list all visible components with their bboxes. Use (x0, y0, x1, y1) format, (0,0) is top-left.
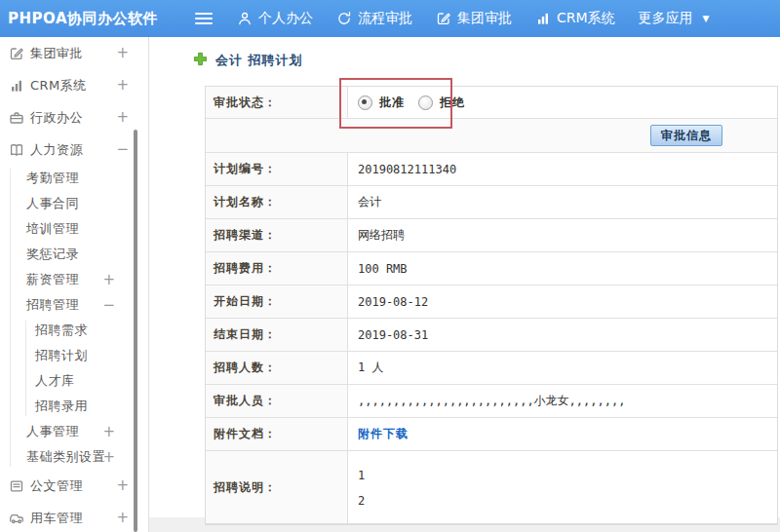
topnav-item-3[interactable]: 集团审批 (436, 10, 512, 27)
sidebar-item-label: 用车管理 (30, 510, 83, 527)
form-row: 招聘说明：1 2 (206, 451, 777, 524)
field-label: 招聘说明： (206, 451, 348, 523)
sidebar-item-label: CRM系统 (30, 77, 87, 95)
sidebar-item[interactable]: 招聘管理− (0, 292, 148, 318)
briefcase-icon (9, 110, 24, 126)
topnav-item-4[interactable]: CRM系统 (535, 10, 615, 27)
sidebar-item[interactable]: 用车管理+ (0, 502, 148, 532)
sidebar-scrollbar[interactable] (134, 130, 137, 532)
field-value: 20190812111340 (348, 153, 777, 185)
form-row: 招聘渠道：网络招聘 (206, 219, 777, 252)
field-label: 附件文档： (206, 418, 348, 450)
field-value: 1 2 (348, 451, 777, 523)
topnav-item-label: 流程审批 (358, 10, 412, 27)
approval-status-row: 审批状态： 批准 拒绝 (206, 87, 777, 119)
sidebar-item[interactable]: 招聘计划 (0, 343, 148, 368)
sidebar-item[interactable]: 行政办公+ (0, 101, 148, 133)
collapse-icon[interactable]: − (102, 298, 115, 313)
topnav-item-label: 个人办公 (258, 10, 313, 27)
field-value: 1 人 (348, 352, 777, 384)
sidebar-item-label: 招聘录用 (35, 398, 88, 415)
plus-icon (193, 52, 208, 69)
sidebar-item[interactable]: 人事合同 (0, 191, 148, 216)
expand-icon[interactable]: + (116, 478, 129, 493)
radio-approve[interactable]: 批准 (358, 95, 405, 111)
sidebar-item[interactable]: 人力资源− (0, 133, 148, 166)
sidebar-item[interactable]: 集团审批+ (0, 37, 148, 69)
topnav-item-2[interactable]: 流程审批 (336, 10, 412, 27)
top-navigation: 个人办公流程审批集团审批CRM系统更多应用▼ (237, 0, 710, 37)
form-row: 计划编号：20190812111340 (206, 153, 777, 186)
field-value: 100 RMB (348, 252, 777, 285)
expand-icon[interactable]: + (102, 425, 115, 439)
expand-icon[interactable]: + (102, 273, 115, 287)
radio-approve-label: 批准 (379, 95, 405, 111)
approval-radio-group: 批准 拒绝 (358, 95, 465, 111)
expand-icon[interactable]: + (116, 78, 129, 93)
sidebar-item[interactable]: 薪资管理+ (0, 267, 148, 292)
sidebar-item[interactable]: 招聘录用 (0, 394, 148, 419)
sidebar-item-label: 人事管理 (26, 423, 79, 440)
app-window: PHPOA协同办公软件 个人办公流程审批集团审批CRM系统更多应用▼ 集团审批+… (0, 0, 780, 532)
sidebar-item[interactable]: 人事管理+ (0, 419, 148, 444)
content-panel: 会计 招聘计划 审批状态： 批准 拒绝 (149, 37, 780, 517)
expand-icon[interactable]: + (116, 110, 129, 125)
sidebar-item-label: 基础类别设置 (26, 448, 105, 466)
collapse-icon[interactable]: − (116, 142, 129, 157)
attachment-download-link[interactable]: 附件下载 (358, 426, 409, 442)
expand-icon[interactable]: + (116, 511, 129, 525)
sidebar-submenu: 招聘需求招聘计划人才库招聘录用 (0, 318, 148, 419)
field-value: 2019-08-12 (348, 285, 777, 318)
sidebar-item[interactable]: 招聘需求 (0, 318, 148, 343)
radio-reject-label: 拒绝 (440, 95, 465, 111)
radio-reject[interactable]: 拒绝 (418, 95, 465, 111)
form-rows: 计划编号：20190812111340计划名称：会计招聘渠道：网络招聘招聘费用：… (206, 153, 777, 524)
edit-icon (9, 46, 24, 61)
sidebar-item-label: 招聘计划 (35, 347, 88, 364)
sidebar-item[interactable]: 人才库 (0, 368, 148, 394)
cycle-icon (336, 11, 352, 26)
expand-icon[interactable]: + (116, 46, 129, 60)
sidebar-item-label: 公文管理 (30, 477, 83, 495)
form-row: 计划名称：会计 (206, 186, 777, 219)
sidebar-item[interactable]: 培训管理 (0, 216, 148, 242)
field-value: 2019-08-31 (348, 319, 777, 351)
field-label: 计划名称： (206, 186, 348, 218)
sidebar-item-label: 培训管理 (26, 220, 79, 238)
toolbar-row: 审批信息 (206, 119, 777, 153)
sidebar-item[interactable]: 考勤管理 (0, 166, 148, 191)
topbar: PHPOA协同办公软件 个人办公流程审批集团审批CRM系统更多应用▼ (0, 0, 780, 37)
topnav-item-1[interactable]: 个人办公 (237, 10, 313, 27)
field-value: 会计 (348, 186, 777, 218)
sidebar-menu: 集团审批+CRM系统+行政办公+人力资源−考勤管理人事合同培训管理奖惩记录薪资管… (0, 37, 148, 532)
app-logo: PHPOA协同办公软件 (8, 0, 158, 37)
edit-icon (436, 11, 451, 26)
sidebar-item-label: 人事合同 (26, 195, 79, 212)
field-label: 招聘人数： (206, 352, 348, 384)
form-row: 开始日期：2019-08-12 (206, 285, 777, 319)
caret-down-icon: ▼ (703, 14, 710, 23)
radio-button-unchecked-icon[interactable] (418, 95, 433, 110)
topnav-item-label: 集团审批 (457, 10, 512, 27)
sidebar-item-label: 招聘需求 (35, 322, 88, 339)
approval-info-button[interactable]: 审批信息 (650, 125, 722, 146)
topnav-item-5[interactable]: 更多应用▼ (639, 10, 710, 27)
field-label: 审批状态： (206, 87, 348, 118)
field-label: 招聘渠道： (206, 219, 348, 251)
hamburger-icon[interactable] (195, 13, 213, 27)
sidebar-item[interactable]: 基础类别设置+ (0, 444, 148, 470)
sidebar-item-label: 集团审批 (30, 45, 83, 62)
expand-icon[interactable]: + (102, 450, 115, 465)
sidebar-item[interactable]: 公文管理+ (0, 470, 148, 502)
field-label: 结束日期： (206, 319, 348, 351)
form-row: 招聘费用：100 RMB (206, 252, 777, 285)
field-value: 附件下载 (348, 418, 777, 450)
sidebar-item-label: 考勤管理 (26, 170, 79, 187)
radio-button-checked-icon[interactable] (358, 95, 372, 110)
field-label: 审批人员： (206, 385, 348, 417)
sidebar-item[interactable]: 奖惩记录 (0, 242, 148, 267)
form-row: 结束日期：2019-08-31 (206, 319, 777, 352)
sidebar-item[interactable]: CRM系统+ (0, 69, 148, 101)
sidebar-item-label: 行政办公 (30, 109, 83, 127)
sidebar-submenu: 考勤管理人事合同培训管理奖惩记录薪资管理+招聘管理−招聘需求招聘计划人才库招聘录… (0, 166, 148, 470)
